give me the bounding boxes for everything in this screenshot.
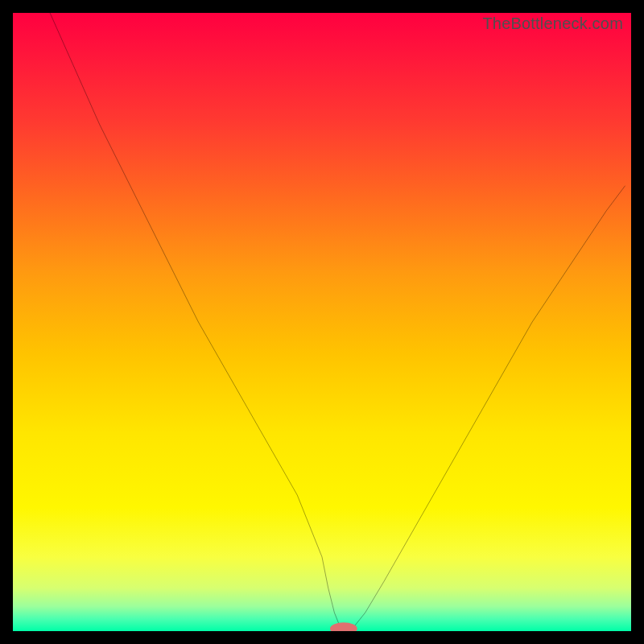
svg-point-0 (330, 622, 357, 631)
optimal-marker (13, 13, 631, 631)
chart-canvas: TheBottleneck.com (0, 0, 644, 644)
plot-area (13, 13, 631, 631)
